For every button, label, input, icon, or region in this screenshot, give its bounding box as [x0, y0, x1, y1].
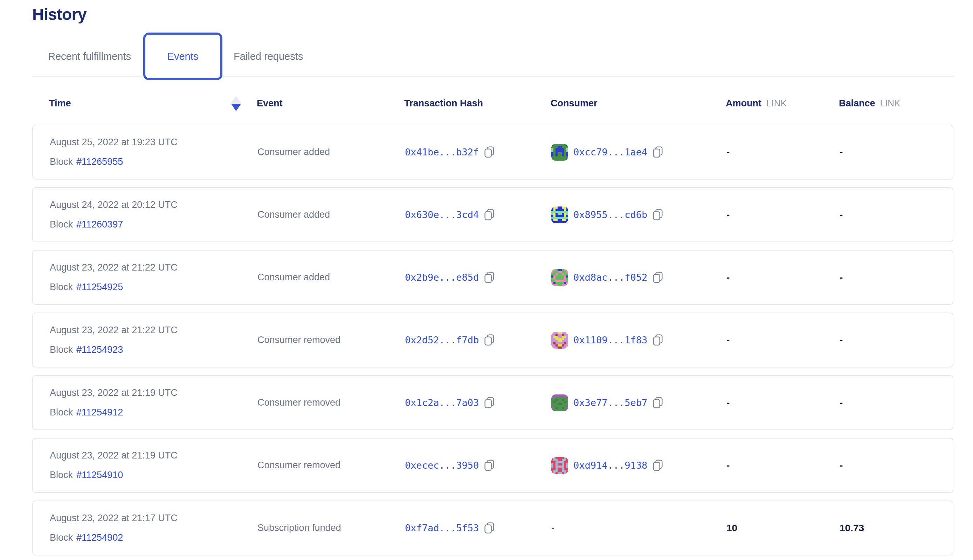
table-row: August 23, 2022 at 21:22 UTC Block #1125… — [32, 313, 953, 368]
block-number-link[interactable]: #11265955 — [76, 157, 123, 167]
event-rows: August 25, 2022 at 19:23 UTC Block #1126… — [32, 125, 954, 555]
transaction-hash-cell: 0x1c2a...7a03 — [405, 397, 551, 408]
history-panel: History Recent fulfillments Events Faile… — [0, 0, 973, 555]
event-type: Consumer removed — [257, 460, 405, 471]
transaction-hash-cell: 0x2d52...f7db — [405, 334, 551, 346]
balance-value: - — [839, 460, 936, 471]
consumer-cell: 0xd8ac...f052 — [551, 269, 726, 286]
transaction-hash-link[interactable]: 0xecec...3950 — [405, 460, 479, 471]
consumer-cell: 0x3e77...5eb7 — [551, 395, 726, 411]
copy-icon[interactable] — [652, 334, 663, 346]
transaction-hash-link[interactable]: 0x630e...3cd4 — [405, 209, 479, 220]
block-number-link[interactable]: #11254925 — [76, 282, 123, 293]
consumer-address-link[interactable]: 0xd8ac...f052 — [573, 272, 647, 283]
copy-icon[interactable] — [484, 334, 495, 346]
sort-down-arrow-icon — [231, 103, 241, 111]
consumer-address-link[interactable]: 0x8955...cd6b — [573, 209, 647, 220]
block-line: Block #11254923 — [50, 344, 257, 355]
copy-icon[interactable] — [484, 146, 495, 158]
event-type: Consumer removed — [257, 397, 405, 408]
balance-value: - — [839, 147, 936, 158]
consumer-address-link[interactable]: 0xd914...9138 — [573, 460, 647, 471]
copy-icon[interactable] — [484, 460, 495, 471]
block-number-link[interactable]: #11254923 — [76, 344, 123, 355]
event-type: Consumer added — [257, 272, 405, 283]
block-number-link[interactable]: #11260397 — [76, 219, 123, 230]
amount-value: - — [726, 460, 839, 471]
transaction-hash-link[interactable]: 0x1c2a...7a03 — [405, 397, 479, 408]
consumer-address-link[interactable]: 0xcc79...1ae4 — [573, 147, 647, 158]
copy-icon[interactable] — [484, 522, 495, 534]
copy-icon[interactable] — [484, 209, 495, 220]
consumer-cell: 0x1109...1f83 — [551, 332, 726, 348]
event-date: August 25, 2022 at 19:23 UTC — [50, 137, 257, 148]
tab-failed-requests[interactable]: Failed requests — [234, 51, 303, 62]
consumer-address-link[interactable]: - — [551, 523, 555, 533]
table-row: August 23, 2022 at 21:19 UTC Block #1125… — [32, 438, 953, 493]
copy-icon[interactable] — [652, 460, 663, 471]
amount-value: - — [726, 335, 839, 346]
page-title: History — [32, 5, 954, 24]
consumer-address-link[interactable]: 0x3e77...5eb7 — [573, 397, 647, 408]
block-label: Block — [50, 470, 73, 480]
transaction-hash-link[interactable]: 0xf7ad...5f53 — [405, 523, 479, 533]
event-type: Subscription funded — [257, 523, 405, 533]
consumer-avatar — [551, 395, 568, 411]
column-header-event: Event — [257, 98, 404, 109]
amount-value: 10 — [726, 523, 839, 534]
block-label: Block — [50, 157, 73, 167]
block-line: Block #11254902 — [50, 532, 257, 543]
block-line: Block #11254912 — [50, 407, 257, 418]
copy-icon[interactable] — [652, 209, 663, 220]
consumer-avatar — [551, 207, 568, 223]
balance-value: 10.73 — [839, 523, 936, 534]
block-line: Block #11254910 — [50, 470, 257, 480]
transaction-hash-cell: 0x41be...b32f — [405, 146, 551, 158]
tab-bar: Recent fulfillments Events Failed reques… — [32, 32, 954, 80]
amount-value: - — [726, 209, 839, 220]
consumer-avatar — [551, 332, 568, 348]
tab-events[interactable]: Events — [143, 33, 222, 80]
copy-icon[interactable] — [652, 146, 663, 158]
block-line: Block #11265955 — [50, 157, 257, 167]
balance-value: - — [839, 272, 936, 283]
consumer-avatar — [551, 144, 568, 161]
event-date: August 23, 2022 at 21:19 UTC — [50, 450, 257, 461]
table-row: August 24, 2022 at 20:12 UTC Block #1126… — [32, 187, 953, 242]
amount-value: - — [726, 272, 839, 283]
balance-value: - — [839, 335, 936, 346]
event-type: Consumer removed — [257, 335, 405, 345]
copy-icon[interactable] — [652, 397, 663, 408]
transaction-hash-cell: 0xf7ad...5f53 — [405, 522, 551, 534]
sort-icon[interactable] — [231, 96, 241, 111]
balance-value: - — [839, 209, 936, 220]
time-cell: August 23, 2022 at 21:22 UTC Block #1125… — [50, 325, 257, 355]
consumer-address-link[interactable]: 0x1109...1f83 — [573, 335, 647, 345]
consumer-avatar — [551, 269, 568, 286]
block-label: Block — [50, 219, 73, 230]
consumer-cell: 0xcc79...1ae4 — [551, 144, 726, 161]
block-number-link[interactable]: #11254910 — [76, 470, 123, 480]
block-line: Block #11260397 — [50, 219, 257, 230]
table-row: August 23, 2022 at 21:22 UTC Block #1125… — [32, 250, 953, 305]
time-cell: August 25, 2022 at 19:23 UTC Block #1126… — [50, 137, 257, 167]
transaction-hash-link[interactable]: 0x2d52...f7db — [405, 335, 479, 345]
copy-icon[interactable] — [652, 272, 663, 283]
block-line: Block #11254925 — [50, 282, 257, 293]
block-number-link[interactable]: #11254902 — [76, 532, 123, 543]
transaction-hash-link[interactable]: 0x2b9e...e85d — [405, 272, 479, 283]
transaction-hash-link[interactable]: 0x41be...b32f — [405, 147, 479, 158]
transaction-hash-cell: 0x2b9e...e85d — [405, 272, 551, 283]
copy-icon[interactable] — [484, 397, 495, 408]
amount-value: - — [726, 397, 839, 408]
amount-unit-label: LINK — [766, 98, 787, 108]
table-row: August 23, 2022 at 21:17 UTC Block #1125… — [32, 500, 953, 555]
balance-value: - — [839, 397, 936, 408]
block-number-link[interactable]: #11254912 — [76, 407, 123, 418]
time-cell: August 24, 2022 at 20:12 UTC Block #1126… — [50, 200, 257, 230]
column-header-time-label: Time — [49, 98, 71, 108]
tab-recent-fulfillments[interactable]: Recent fulfillments — [48, 51, 131, 62]
copy-icon[interactable] — [484, 272, 495, 283]
table-row: August 23, 2022 at 21:19 UTC Block #1125… — [32, 375, 953, 430]
time-cell: August 23, 2022 at 21:19 UTC Block #1125… — [50, 387, 257, 418]
